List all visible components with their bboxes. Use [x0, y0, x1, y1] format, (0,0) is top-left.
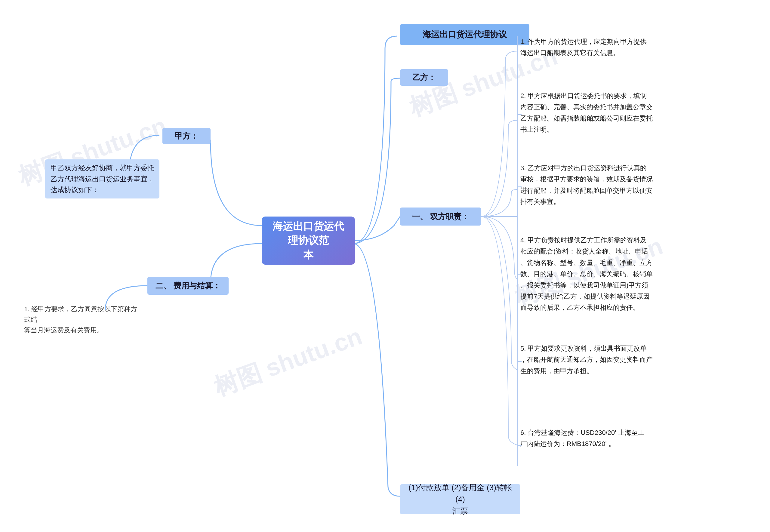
tick-1: [517, 45, 522, 45]
node-yifang: 乙方：: [400, 69, 448, 86]
tick-3: [517, 186, 522, 187]
node-title-main: 海运出口货运代理协议: [400, 24, 529, 45]
mindmap-container: 树图 shutu.cn 树图 shutu.cn 树图 shutu.cn 树图 s…: [0, 0, 770, 532]
detail-item-3: 3. 乙方应对甲方的出口货运资料进行认真的 审核，根据甲方要求的装箱，效期及备货…: [520, 162, 755, 208]
tick-6: [517, 445, 522, 446]
node-intro-text: 甲乙双方经友好协商，就甲方委托 乙方代理海运出口货运业务事宜， 达成协议如下：: [45, 159, 159, 198]
tick-2: [517, 114, 522, 115]
node-payment: (1)付款放单 (2)备用金 (3)转帐(4) 汇票: [400, 484, 520, 514]
detail-item-2: 2. 甲方应根据出口货运委托书的要求，填制 内容正确、完善、真实的委托书并加盖公…: [520, 90, 755, 135]
detail-item-1: 1. 作为甲方的货运代理，应定期向甲方提供 海运出口船期表及其它有关信息。: [520, 36, 755, 59]
center-node: 海运出口货运代理协议范 本: [262, 217, 355, 265]
tick-5: [517, 361, 522, 362]
detail-item-4: 4. 甲方负责按时提供乙方工作所需的资料及 相应的配合(资料：收货人全称、地址、…: [520, 235, 755, 313]
node-feiyong: 二、 费用与结算：: [147, 277, 229, 295]
node-feiyong-text: 1. 经甲方要求，乙方同意按以下第种方式结 算当月海运费及有关费用。: [24, 304, 138, 336]
detail-item-6: 6. 台湾基隆海运费：USD230/20' 上海至工 厂内陆运价为：RMB187…: [520, 427, 755, 450]
tick-4: [517, 274, 522, 275]
node-jiafang: 甲方：: [162, 128, 211, 144]
node-duties: 一、 双方职责：: [400, 208, 481, 226]
watermark-2: 树图 shutu.cn: [210, 320, 366, 404]
right-bracket: [517, 36, 518, 466]
detail-item-5: 5. 甲方如要求更改资料，须出具书面更改单 ，在船开航前天通知乙方，如因变更资料…: [520, 343, 755, 377]
